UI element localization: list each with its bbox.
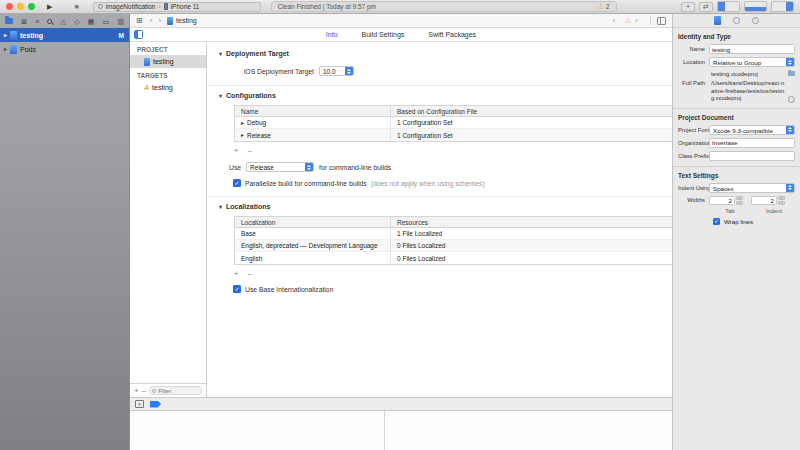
run-button[interactable]: ▶ bbox=[47, 0, 52, 14]
indent-using-dropdown[interactable]: Spaces bbox=[709, 183, 795, 193]
editor-options-icon[interactable] bbox=[657, 17, 666, 25]
toggle-navigator-button[interactable] bbox=[717, 1, 740, 12]
indent-using-row: Indent Using Spaces bbox=[678, 183, 795, 193]
find-navigator-icon[interactable] bbox=[47, 19, 52, 24]
stop-button[interactable]: ■ bbox=[74, 0, 78, 14]
indent-width-stepper[interactable]: 2 bbox=[751, 196, 785, 205]
remove-target-button[interactable]: – bbox=[142, 386, 146, 395]
variables-view-pane[interactable] bbox=[130, 411, 385, 450]
sidebar-item-testing[interactable]: ▸ testing M bbox=[0, 28, 129, 42]
library-button[interactable]: + bbox=[681, 2, 695, 12]
disclosure-open-icon[interactable]: ▾ bbox=[219, 93, 222, 99]
symbol-navigator-icon[interactable]: ≡ bbox=[35, 18, 39, 25]
issue-warning-icon[interactable]: ⚠ bbox=[625, 17, 631, 24]
project-list-filter-bar: + – bbox=[130, 383, 206, 397]
breakpoint-navigator-icon[interactable]: ▭ bbox=[103, 18, 110, 25]
tab-overview-icon[interactable]: ⊞ bbox=[136, 16, 143, 25]
remove-localization-button[interactable]: – bbox=[248, 269, 252, 278]
disclosure-icon[interactable]: ▸ bbox=[241, 132, 244, 138]
name-field[interactable] bbox=[709, 44, 795, 54]
tab-width-stepper[interactable]: 2 bbox=[709, 196, 743, 205]
warning-count-badge[interactable]: ⚠ 2 bbox=[598, 3, 610, 10]
stepper-arrows-icon[interactable] bbox=[736, 196, 743, 205]
organization-row: Organization bbox=[678, 138, 795, 148]
source-control-navigator-icon[interactable]: ⊠ bbox=[21, 18, 27, 25]
parallelize-note: (does not apply when using schemes) bbox=[371, 180, 485, 187]
next-issue-icon[interactable]: › bbox=[635, 16, 638, 25]
close-window-button[interactable] bbox=[6, 3, 13, 10]
filter-input[interactable] bbox=[158, 388, 199, 394]
debug-navigator-icon[interactable]: ▦ bbox=[88, 18, 95, 25]
config-value: 1 Configuration Set bbox=[391, 132, 453, 139]
debug-bar: ▾ bbox=[130, 397, 672, 411]
table-row[interactable]: English, deprecated — Development Langua… bbox=[235, 240, 672, 252]
disclosure-icon[interactable]: ▸ bbox=[4, 32, 7, 38]
zoom-window-button[interactable] bbox=[28, 3, 35, 10]
scheme-selector[interactable]: imageNotification › iPhone 11 bbox=[93, 2, 261, 12]
table-row[interactable]: ▸Release 1 Configuration Set bbox=[235, 129, 672, 141]
file-inspector-icon[interactable] bbox=[714, 16, 721, 25]
column-based-on: Based on Configuration File bbox=[391, 108, 477, 115]
test-navigator-icon[interactable]: ◇ bbox=[74, 18, 79, 25]
editor-mode-button[interactable]: ⇄ bbox=[699, 2, 713, 12]
filter-field[interactable] bbox=[149, 386, 202, 395]
file-icon bbox=[167, 17, 173, 25]
table-row[interactable]: ▸Debug 1 Configuration Set bbox=[235, 117, 672, 129]
tab-info[interactable]: Info bbox=[326, 31, 338, 38]
hide-debug-area-icon[interactable]: ▾ bbox=[135, 400, 144, 408]
previous-issue-icon[interactable]: ‹ bbox=[612, 16, 615, 25]
sidebar-item-pods[interactable]: ▸ Pods bbox=[0, 42, 129, 56]
report-navigator-icon[interactable]: ▥ bbox=[117, 18, 124, 25]
reveal-in-finder-icon[interactable]: → bbox=[788, 96, 795, 103]
console-pane[interactable] bbox=[385, 411, 672, 450]
breakpoints-toggle-icon[interactable] bbox=[150, 401, 161, 408]
organization-field[interactable] bbox=[709, 138, 795, 148]
disclosure-icon[interactable]: ▸ bbox=[241, 120, 244, 126]
disclosure-open-icon[interactable]: ▾ bbox=[219, 204, 222, 210]
parallelize-checkbox[interactable]: ✓ bbox=[233, 179, 241, 187]
project-navigator-icon[interactable] bbox=[5, 18, 13, 24]
toggle-debug-area-button[interactable] bbox=[744, 1, 767, 12]
class-prefix-field[interactable] bbox=[709, 151, 795, 161]
xcodeproj-icon bbox=[10, 45, 17, 54]
location-dropdown[interactable]: Relative to Group bbox=[709, 57, 795, 67]
add-localization-button[interactable]: + bbox=[234, 269, 239, 278]
ios-deployment-target-dropdown[interactable]: 10.0 bbox=[319, 66, 354, 76]
back-icon[interactable]: ‹ bbox=[150, 16, 153, 25]
add-target-button[interactable]: + bbox=[134, 386, 139, 395]
check-icon: ✓ bbox=[714, 218, 719, 224]
project-editor-header: Info Build Settings Swift Packages bbox=[130, 28, 672, 42]
section-deployment-target[interactable]: ▾ Deployment Target bbox=[219, 50, 662, 57]
target-item-testing[interactable]: A testing bbox=[130, 81, 206, 94]
section-configurations[interactable]: ▾ Configurations bbox=[219, 92, 662, 99]
table-row[interactable]: English 0 Files Localized bbox=[235, 252, 672, 264]
table-row[interactable]: Base 1 File Localized bbox=[235, 228, 672, 240]
disclosure-icon[interactable]: ▸ bbox=[4, 46, 7, 52]
project-item-testing[interactable]: testing bbox=[130, 55, 206, 68]
section-localizations[interactable]: ▾ Localizations bbox=[219, 203, 662, 210]
dropdown-stepper-icon bbox=[786, 126, 794, 134]
wrap-lines-checkbox[interactable]: ✓ bbox=[713, 218, 720, 225]
quick-help-icon[interactable]: ? bbox=[752, 17, 759, 24]
editor-tab-title[interactable]: testing bbox=[176, 17, 197, 24]
history-inspector-icon[interactable] bbox=[733, 17, 740, 24]
project-format-dropdown[interactable]: Xcode 9.3-compatible bbox=[709, 125, 795, 135]
command-line-config-dropdown[interactable]: Release bbox=[246, 162, 314, 172]
minimize-window-button[interactable] bbox=[17, 3, 24, 10]
add-configuration-button[interactable]: + bbox=[234, 146, 239, 155]
remove-configuration-button[interactable]: – bbox=[248, 146, 252, 155]
toggle-inspector-button[interactable] bbox=[771, 1, 794, 12]
config-value: 1 Configuration Set bbox=[391, 119, 453, 126]
project-targets-list: PROJECT testing TARGETS A testing + – bbox=[130, 42, 207, 397]
stepper-arrows-icon[interactable] bbox=[778, 196, 785, 205]
navigator-panel-segment bbox=[718, 2, 725, 11]
project-info-content: ▾ Deployment Target iOS Deployment Targe… bbox=[208, 42, 672, 397]
forward-icon[interactable]: › bbox=[158, 16, 161, 25]
filter-icon bbox=[152, 389, 156, 393]
choose-location-folder-icon[interactable] bbox=[788, 71, 795, 76]
issue-navigator-icon[interactable]: △ bbox=[61, 18, 66, 25]
base-internationalization-checkbox[interactable]: ✓ bbox=[233, 285, 241, 293]
disclosure-open-icon[interactable]: ▾ bbox=[219, 51, 222, 57]
tab-build-settings[interactable]: Build Settings bbox=[362, 31, 405, 38]
tab-swift-packages[interactable]: Swift Packages bbox=[428, 31, 476, 38]
